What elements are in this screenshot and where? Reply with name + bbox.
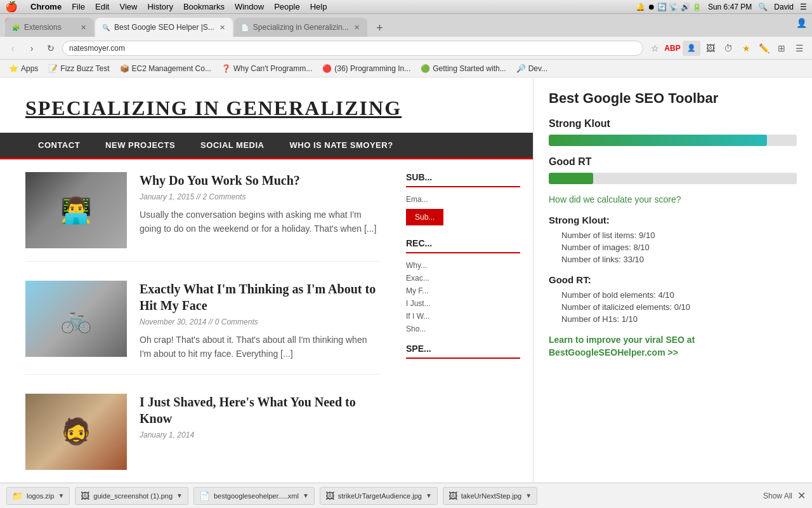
tab-blog[interactable]: 📄 Specializing in Generalizin... ✕ [234, 18, 367, 37]
reload-button[interactable]: ↻ [43, 41, 58, 56]
webpage[interactable]: SPECIALIZING IN GENERALIZING CONTACT NEW… [0, 77, 533, 483]
download-arrow-icon: ▼ [525, 492, 532, 499]
dev-icon: 🔎 [516, 64, 526, 73]
bookmark-gettingstarted[interactable]: 🟢 Getting Started with... [417, 63, 509, 74]
chrome-window: 🧩 Extensions ✕ 🔍 Best Google SEO Helper … [0, 14, 812, 508]
menubar-chrome[interactable]: Chrome [30, 2, 62, 11]
chrome-menu-icon[interactable]: ☰ [792, 41, 807, 56]
nav-new-projects[interactable]: NEW PROJECTS [93, 133, 188, 157]
download-arrow-icon: ▼ [58, 492, 64, 499]
menubar-window[interactable]: Window [235, 2, 264, 11]
whycant-icon: ❓ [221, 64, 231, 73]
bookmark-gettingstarted-label: Getting Started with... [433, 64, 506, 73]
download-takeit[interactable]: 🖼 takeUrNextStep.jpg ▼ [443, 487, 537, 505]
sidebar-more-title: Spe... [406, 344, 520, 359]
ext-icon-3[interactable]: ⏱ [721, 41, 736, 56]
menubar-hamburger[interactable]: ☰ [800, 3, 807, 11]
download-strike[interactable]: 🖼 strikeUrTargetAudience.jpg ▼ [320, 487, 438, 505]
bookmark-ec2[interactable]: 📦 EC2 Management Co... [116, 63, 215, 74]
post-meta: January 1, 2015 // 2 Comments [140, 192, 381, 201]
post-excerpt: Usually the conversation begins with ask… [140, 208, 381, 236]
menubar-right: 🔔 ⏺ 🔄 📡 🔊 🔋 Sun 6:47 PM 🔍 David ☰ [636, 3, 807, 11]
seo-rt-progress-container [549, 173, 797, 184]
forward-button[interactable]: › [24, 41, 39, 56]
tab-seo-close[interactable]: ✕ [218, 22, 226, 33]
apps-icon: ⭐ [9, 64, 18, 73]
close-downloads-bar-button[interactable]: ✕ [797, 490, 806, 502]
downloads-bar: 📁 logos.zip ▼ 🖼 guide_screenshot (1).png… [0, 483, 812, 508]
ext-icon-6[interactable]: ⊞ [774, 41, 789, 56]
site-title: SPECIALIZING IN GENERALIZING [25, 97, 508, 120]
bookmark-star-icon[interactable]: ☆ [647, 41, 662, 56]
tab-seo[interactable]: 🔍 Best Google SEO Helper |S... ✕ [95, 18, 233, 37]
download-guide[interactable]: 🖼 guide_screenshot (1).png ▼ [75, 487, 188, 505]
seo-rt-heading: Good RT: [549, 274, 797, 285]
profile-button[interactable]: 👤 [796, 18, 807, 28]
bookmark-whycant[interactable]: ❓ Why Can't Programm... [218, 63, 316, 74]
tab-extensions-close[interactable]: ✕ [79, 22, 88, 33]
show-all-downloads-button[interactable]: Show All [763, 491, 792, 500]
bookmark-apps-label: Apps [21, 64, 38, 73]
back-button[interactable]: ‹ [5, 41, 20, 56]
url-bar[interactable]: natesmoyer.com [62, 41, 643, 56]
nav-social-media[interactable]: SOCIAL MEDIA [188, 133, 277, 157]
seo-rt-stats: Number of bold elements: 4/10 Number of … [561, 290, 797, 324]
menubar-file[interactable]: File [72, 2, 85, 11]
seo-learn-link[interactable]: Learn to improve your viral SEO at BestG… [549, 335, 695, 358]
download-guide-name: guide_screenshot (1).png [93, 492, 173, 500]
ext-icon-1[interactable]: 👤 [683, 41, 700, 56]
seo-klout-stats: Number of list items: 9/10 Number of ima… [561, 231, 797, 264]
apple-menu[interactable]: 🍎 [5, 1, 18, 13]
sidebar-link[interactable]: Why... [406, 261, 520, 270]
seo-stat: Number of links: 33/10 [561, 255, 797, 264]
tab-blog-close[interactable]: ✕ [353, 22, 361, 33]
post-title[interactable]: I Just Shaved, Here's What You Need to K… [140, 394, 381, 427]
sidebar-subscribe-title: Sub... [406, 172, 520, 187]
seo-panel: Best Google SEO Toolbar Strong Klout Goo… [533, 77, 812, 483]
menubar-icons: 🔔 ⏺ 🔄 📡 🔊 🔋 [636, 3, 702, 11]
sidebar-subscribe-button[interactable]: Sub... [406, 209, 443, 225]
adblock-icon[interactable]: ABP [665, 41, 680, 56]
tab-extensions-favicon: 🧩 [11, 23, 20, 32]
menubar-search[interactable]: 🔍 [758, 3, 768, 11]
tab-blog-favicon: 📄 [240, 23, 249, 32]
nav-contact[interactable]: CONTACT [25, 133, 93, 157]
post-title[interactable]: Why Do You Work So Much? [140, 172, 381, 189]
main-posts: 👨‍💻 Why Do You Work So Much? January 1, … [0, 172, 406, 483]
menubar-bookmarks[interactable]: Bookmarks [183, 2, 225, 11]
menubar-edit[interactable]: Edit [95, 2, 109, 11]
post-title[interactable]: Exactly What I'm Thinking as I'm About t… [140, 281, 381, 314]
sidebar-link[interactable]: Exac... [406, 274, 520, 283]
sidebar-link[interactable]: I Just... [406, 299, 520, 308]
sidebar-recent-links: Why... Exac... My F... I Just... If I W.… [406, 261, 520, 333]
new-tab-button[interactable]: + [371, 19, 389, 37]
menubar-people[interactable]: People [274, 2, 299, 11]
nav-who-is[interactable]: WHO IS NATE SMOYER? [277, 133, 406, 157]
bookmark-programming[interactable]: 🔴 (36) Programming In... [318, 63, 414, 74]
seo-panel-title: Best Google SEO Toolbar [549, 90, 797, 107]
gettingstarted-icon: 🟢 [421, 64, 430, 73]
ext-icon-5[interactable]: ✏️ [756, 41, 771, 56]
menubar-view[interactable]: View [119, 2, 137, 11]
ext-icon-4[interactable]: ★ [738, 41, 754, 56]
download-logos[interactable]: 📁 logos.zip ▼ [6, 487, 70, 505]
bookmark-fizzbuzz[interactable]: 📝 Fizz Buzz Test [44, 63, 113, 74]
ext-icon-2[interactable]: 🖼 [703, 41, 718, 56]
sidebar-link[interactable]: Sho... [406, 324, 520, 333]
tab-extensions[interactable]: 🧩 Extensions ✕ [5, 18, 94, 37]
site-header: SPECIALIZING IN GENERALIZING [0, 77, 533, 133]
download-jpg2-icon: 🖼 [449, 491, 457, 501]
score-calculation-link[interactable]: How did we calculate your score? [549, 194, 797, 204]
post-item: 🧔 I Just Shaved, Here's What You Need to… [25, 394, 381, 483]
seo-stat: Number of italicized elements: 0/10 [561, 302, 797, 312]
bookmark-dev[interactable]: 🔎 Dev... [513, 63, 551, 74]
url-text: natesmoyer.com [69, 44, 125, 53]
menubar-help[interactable]: Help [310, 2, 327, 11]
download-xml[interactable]: 📄 bestgoogleseohelper.....xml ▼ [193, 487, 315, 505]
menubar-user[interactable]: David [774, 3, 794, 11]
menubar-history[interactable]: History [147, 2, 173, 11]
download-jpg1-icon: 🖼 [325, 491, 334, 501]
bookmark-apps[interactable]: ⭐ Apps [5, 63, 42, 74]
sidebar-link[interactable]: My F... [406, 286, 520, 295]
sidebar-link[interactable]: If I W... [406, 312, 520, 321]
